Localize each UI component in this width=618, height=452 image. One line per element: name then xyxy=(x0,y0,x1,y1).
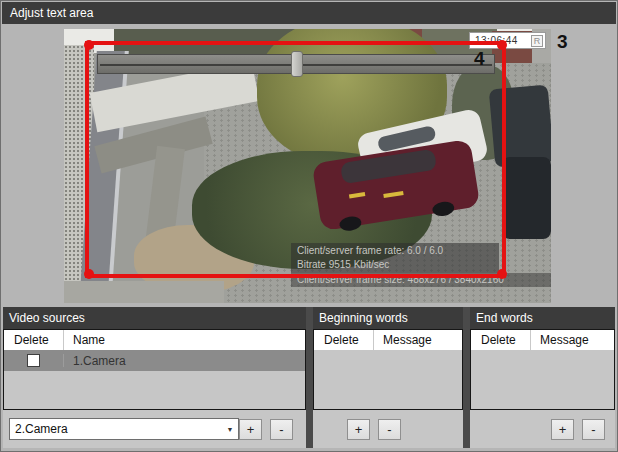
beginning-words-controls: + - xyxy=(313,410,463,448)
chevron-down-icon[interactable]: ▼ xyxy=(222,419,238,439)
camera-select[interactable]: 2.Camera ▼ xyxy=(9,418,239,440)
record-indicator[interactable]: R xyxy=(531,35,543,47)
scene-lower-pavement xyxy=(64,281,224,303)
end-words-panel: End words Delete Message + - xyxy=(470,307,615,448)
remove-end-word-button[interactable]: - xyxy=(582,419,605,440)
end-words-table-header: Delete Message xyxy=(471,330,614,350)
column-message: Message xyxy=(374,330,462,350)
camera-preview: 13:06:44 R Client/server frame rate: 6.0… xyxy=(64,29,551,303)
add-end-word-button[interactable]: + xyxy=(551,419,574,440)
text-area-region[interactable] xyxy=(85,41,506,278)
column-name: Name xyxy=(64,330,305,350)
column-message: Message xyxy=(531,330,614,350)
video-sources-controls: 2.Camera ▼ + - xyxy=(3,410,306,448)
remove-beginning-word-button[interactable]: - xyxy=(378,419,401,440)
end-words-title: End words xyxy=(470,307,615,329)
video-sources-table: Delete Name 1.Camera xyxy=(3,329,306,410)
end-words-table: Delete Message xyxy=(470,329,615,410)
column-delete: Delete xyxy=(314,330,374,350)
camera-row-label: 1.Camera xyxy=(64,354,305,368)
beginning-words-title: Beginning words xyxy=(313,307,463,329)
beginning-words-table-header: Delete Message xyxy=(314,330,462,350)
table-row[interactable]: 1.Camera xyxy=(4,350,305,371)
scene-dark-car-bottom xyxy=(502,157,551,239)
video-sources-title: Video sources xyxy=(3,307,306,329)
bottom-panels: Video sources Delete Name 1.Camera 2.Cam… xyxy=(3,307,615,448)
video-sources-panel: Video sources Delete Name 1.Camera 2.Cam… xyxy=(3,307,306,448)
beginning-words-panel: Beginning words Delete Message + - xyxy=(313,307,463,448)
camera-select-value: 2.Camera xyxy=(10,422,222,436)
callout-3: 3 xyxy=(557,31,568,53)
add-source-button[interactable]: + xyxy=(239,419,262,440)
region-handle-top-left[interactable] xyxy=(84,40,94,50)
column-delete: Delete xyxy=(471,330,531,350)
end-words-controls: + - xyxy=(470,410,615,448)
remove-source-button[interactable]: - xyxy=(270,419,293,440)
callout-4: 4 xyxy=(474,48,485,70)
region-handle-bottom-left[interactable] xyxy=(84,269,94,279)
add-beginning-word-button[interactable]: + xyxy=(347,419,370,440)
column-delete: Delete xyxy=(4,330,64,350)
region-handle-top-right[interactable] xyxy=(497,40,507,50)
adjust-text-area-dialog: Adjust text area 13:06:4 xyxy=(0,0,618,452)
delete-checkbox[interactable] xyxy=(27,354,40,367)
video-sources-table-header: Delete Name xyxy=(4,330,305,350)
beginning-words-table: Delete Message xyxy=(313,329,463,410)
dialog-title: Adjust text area xyxy=(2,2,616,24)
region-handle-bottom-right[interactable] xyxy=(497,269,507,279)
